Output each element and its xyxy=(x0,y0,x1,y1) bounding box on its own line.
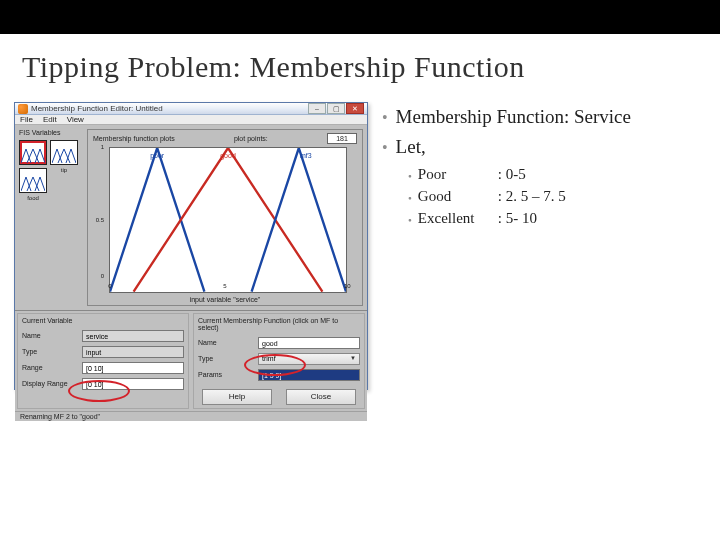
bullet-icon: • xyxy=(408,188,412,208)
status-bar: Renaming MF 2 to "good" xyxy=(15,411,367,421)
window-title: Membership Function Editor: Untitled xyxy=(31,104,305,113)
xtick-0: 0 xyxy=(108,283,111,289)
plot-points-label: plot points: xyxy=(234,135,268,142)
window-buttons: – ▢ ✕ xyxy=(308,103,364,114)
mf-label-good: good xyxy=(220,152,236,159)
maximize-button[interactable]: ▢ xyxy=(327,103,345,114)
mf-label-mf3: mf3 xyxy=(300,152,312,159)
sub-term: Poor xyxy=(418,166,492,186)
var-food-label: food xyxy=(20,195,46,201)
curvar-range-lbl: Range xyxy=(22,364,78,371)
mf-editor-window: Membership Function Editor: Untitled – ▢… xyxy=(14,102,368,390)
current-mf-panel: Current Membership Function (click on MF… xyxy=(193,313,365,409)
sub-term: Good xyxy=(418,188,492,208)
plot-xlabel: input variable "service" xyxy=(91,296,359,303)
xtick-10: 10 xyxy=(344,283,351,289)
slide-title: Tipping Problem: Membership Function xyxy=(0,34,720,94)
help-button[interactable]: Help xyxy=(202,389,272,405)
menu-view[interactable]: View xyxy=(67,115,84,124)
fis-variables-panel: FIS Variables service xyxy=(19,129,83,306)
bullet-2-text: Let, xyxy=(396,136,426,160)
sub-term: Excellent xyxy=(418,210,492,230)
var-tip[interactable]: tip xyxy=(50,140,78,165)
window-close-button[interactable]: ✕ xyxy=(346,103,364,114)
sub-bullets: • Poor : 0-5 • Good : 2. 5 – 7. 5 • Exce… xyxy=(408,166,706,230)
var-service[interactable]: service xyxy=(19,140,47,165)
bullet-icon: • xyxy=(382,106,388,130)
curmf-name-field[interactable]: good xyxy=(258,337,360,349)
bullet-icon: • xyxy=(382,136,388,160)
lower-pane: Current Variable Name service Type input… xyxy=(15,310,367,411)
menu-edit[interactable]: Edit xyxy=(43,115,57,124)
variable-grid: service tip xyxy=(19,140,83,193)
slide-content: Membership Function Editor: Untitled – ▢… xyxy=(0,94,720,390)
close-button[interactable]: Close xyxy=(286,389,356,405)
sub-range: : 5- 10 xyxy=(498,210,537,230)
bullet-icon: • xyxy=(408,166,412,186)
curmf-type-val: trimf xyxy=(262,353,276,364)
bullet-1: • Membership Function: Service xyxy=(382,106,706,130)
curvar-type-val: input xyxy=(82,346,184,358)
window-titlebar: Membership Function Editor: Untitled – ▢… xyxy=(15,103,367,115)
mf-label-poor: poor xyxy=(150,152,164,159)
ytick-1: 1 xyxy=(94,144,104,150)
sub-bullet-poor: • Poor : 0-5 xyxy=(408,166,706,186)
triangles-icon xyxy=(21,175,45,191)
sub-range: : 2. 5 – 7. 5 xyxy=(498,188,566,208)
curvar-drange-field[interactable]: [0 10] xyxy=(82,378,184,390)
chevron-down-icon: ▼ xyxy=(350,353,356,364)
bullet-icon: • xyxy=(408,210,412,230)
bullet-1-text: Membership Function: Service xyxy=(396,106,631,130)
curvar-head: Current Variable xyxy=(22,317,184,324)
curvar-name-val: service xyxy=(82,330,184,342)
slide-text: • Membership Function: Service • Let, • … xyxy=(382,102,706,390)
curmf-type-lbl: Type xyxy=(198,355,254,362)
curmf-head: Current Membership Function (click on MF… xyxy=(198,317,360,331)
menubar: File Edit View xyxy=(15,115,367,125)
minimize-button[interactable]: – xyxy=(308,103,326,114)
sub-bullet-excellent: • Excellent : 5- 10 xyxy=(408,210,706,230)
curmf-params-lbl: Params xyxy=(198,371,254,378)
plot-header-text: Membership function plots xyxy=(93,135,175,142)
ytick-05: 0.5 xyxy=(94,217,104,223)
curvar-name-lbl: Name xyxy=(22,332,78,339)
fis-variables-label: FIS Variables xyxy=(19,129,83,136)
curvar-range-field[interactable]: [0 10] xyxy=(82,362,184,374)
app-icon xyxy=(18,104,28,114)
triangles-icon xyxy=(21,147,45,163)
curvar-drange-lbl: Display Range xyxy=(22,380,78,387)
curmf-type-select[interactable]: trimf ▼ xyxy=(258,353,360,365)
bullet-2: • Let, xyxy=(382,136,706,160)
current-variable-panel: Current Variable Name service Type input… xyxy=(17,313,189,409)
var-tip-label: tip xyxy=(51,167,77,173)
mf-plot-svg xyxy=(110,148,346,292)
curmf-name-lbl: Name xyxy=(198,339,254,346)
curvar-type-lbl: Type xyxy=(22,348,78,355)
ytick-0: 0 xyxy=(94,273,104,279)
menu-file[interactable]: File xyxy=(20,115,33,124)
sub-range: : 0-5 xyxy=(498,166,526,186)
plot-panel: Membership function plots plot points: 1… xyxy=(87,129,363,306)
plot-area[interactable]: poor good mf3 xyxy=(109,147,347,293)
sub-bullet-good: • Good : 2. 5 – 7. 5 xyxy=(408,188,706,208)
upper-pane: FIS Variables service xyxy=(15,125,367,310)
slide-top-bar xyxy=(0,0,720,34)
curmf-params-field[interactable]: [1 5 9] xyxy=(258,369,360,381)
triangles-icon xyxy=(52,147,76,163)
plot-header: Membership function plots plot points: 1… xyxy=(91,132,359,145)
plot-points-field[interactable]: 181 xyxy=(327,133,357,144)
xtick-5: 5 xyxy=(223,283,226,289)
var-food[interactable]: food xyxy=(19,168,47,193)
